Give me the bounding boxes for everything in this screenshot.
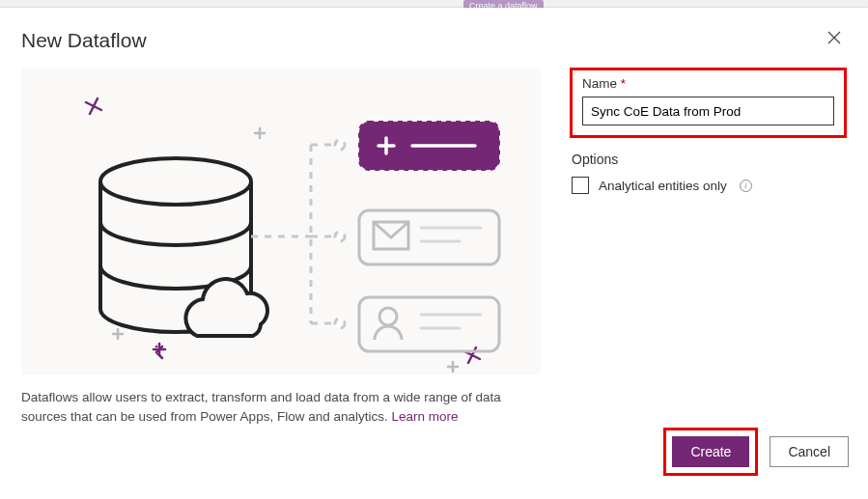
dataflow-illustration	[21, 68, 541, 374]
analytical-entities-label: Analytical entities only	[599, 179, 727, 193]
svg-rect-7	[359, 297, 499, 351]
dialog-title: New Dataflow	[21, 29, 147, 52]
options-label: Options	[572, 152, 847, 167]
new-dataflow-dialog: New Dataflow	[0, 8, 868, 499]
cancel-button[interactable]: Cancel	[770, 436, 849, 467]
learn-more-link[interactable]: Learn more	[391, 409, 458, 424]
svg-point-0	[100, 158, 251, 205]
svg-rect-5	[359, 210, 499, 264]
name-field-highlight: Name *	[570, 68, 847, 138]
close-button[interactable]	[822, 25, 847, 53]
close-icon	[827, 31, 841, 44]
info-icon[interactable]: i	[740, 180, 752, 192]
svg-point-8	[379, 308, 397, 325]
create-button-highlight: Create	[663, 428, 758, 476]
dialog-description: Dataflows allow users to extract, transf…	[21, 388, 543, 428]
svg-point-1	[335, 140, 345, 150]
name-label: Name *	[582, 76, 834, 91]
analytical-entities-checkbox[interactable]	[572, 177, 589, 194]
name-input[interactable]	[582, 97, 834, 125]
create-button[interactable]: Create	[672, 436, 749, 467]
required-mark: *	[621, 76, 626, 91]
dialog-footer: Create Cancel	[663, 428, 849, 476]
svg-point-2	[335, 232, 345, 241]
svg-point-3	[335, 319, 345, 328]
